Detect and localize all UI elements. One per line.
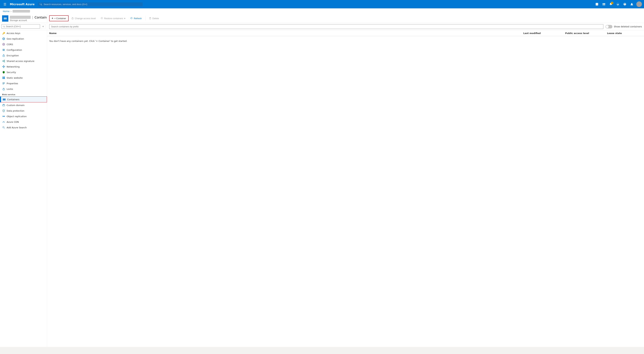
shared-access-icon <box>2 60 5 62</box>
show-deleted-label: Show deleted containers <box>614 25 642 28</box>
svg-point-25 <box>3 67 4 68</box>
table-header: Name Last modified Public access level L… <box>47 30 644 36</box>
svg-point-27 <box>4 66 5 67</box>
restore-containers-button[interactable]: Restore containers ▾ <box>98 16 128 21</box>
header-divider: | <box>32 16 33 19</box>
sidebar-item-azure-cdn[interactable]: Azure CDN <box>0 119 47 125</box>
sidebar-collapse-button[interactable]: « <box>41 24 46 29</box>
svg-rect-50 <box>150 18 151 19</box>
svg-rect-41 <box>3 99 6 100</box>
sidebar-item-access-keys[interactable]: 🔑 Access keys <box>0 30 47 36</box>
sidebar-item-shared-access-signature[interactable]: Shared access signature <box>0 58 47 64</box>
breadcrumb-home[interactable]: Home <box>3 10 10 12</box>
sidebar-label-networking: Networking <box>7 66 20 68</box>
global-search-input[interactable] <box>44 3 141 6</box>
sidebar-label-add-azure-search: Add Azure Search <box>7 126 27 129</box>
change-access-level-label: Change access level <box>75 17 96 20</box>
svg-point-23 <box>3 66 4 67</box>
sidebar-item-security[interactable]: Security <box>0 70 47 75</box>
sidebar-item-encryption[interactable]: Encryption <box>0 53 47 58</box>
svg-point-45 <box>2 116 4 117</box>
sidebar-item-containers[interactable]: Containers <box>0 96 47 102</box>
breadcrumb: Home › <box>0 8 644 14</box>
svg-rect-36 <box>2 82 5 83</box>
sidebar-search-box[interactable] <box>2 24 40 28</box>
sidebar-label-object-replication: Object replication <box>7 115 27 118</box>
sidebar-label-access-keys: Access keys <box>7 32 20 34</box>
sidebar-item-geo-replication[interactable]: Geo-replication <box>0 36 47 42</box>
account-button[interactable] <box>629 1 635 7</box>
notifications-button[interactable]: 2 <box>608 1 614 7</box>
user-avatar[interactable] <box>636 2 642 7</box>
sidebar-item-networking[interactable]: Networking <box>0 64 47 70</box>
sidebar-item-data-protection[interactable]: Data protection <box>0 108 47 114</box>
delete-button[interactable]: Delete <box>147 16 161 21</box>
show-deleted-toggle[interactable] <box>606 25 612 28</box>
object-replication-icon <box>2 115 5 118</box>
networking-icon <box>2 65 5 68</box>
account-name-blurred <box>10 16 31 19</box>
hamburger-menu[interactable]: ☰ <box>2 2 8 7</box>
svg-rect-34 <box>2 78 4 79</box>
svg-rect-39 <box>3 89 4 90</box>
sidebar-item-cors[interactable]: CORS <box>0 42 47 47</box>
storage-icon <box>2 15 8 22</box>
sidebar-item-object-replication[interactable]: Object replication <box>0 114 47 119</box>
svg-point-24 <box>3 66 4 66</box>
help-button[interactable] <box>622 1 628 7</box>
sidebar-item-configuration[interactable]: Configuration <box>0 47 47 53</box>
sidebar-scroll: 🔑 Access keys Geo-replication CORS <box>0 30 47 347</box>
sidebar-item-static-website[interactable]: Static website <box>0 75 47 80</box>
static-website-icon <box>2 76 5 79</box>
search-icon <box>40 3 42 6</box>
svg-rect-40 <box>3 99 6 99</box>
portal-menu-button[interactable] <box>601 1 607 7</box>
sidebar-label-custom-domain: Custom domain <box>7 104 24 106</box>
sidebar-search-input[interactable] <box>6 25 38 28</box>
svg-rect-37 <box>2 83 5 84</box>
sidebar-item-custom-domain[interactable]: Custom domain <box>0 102 47 108</box>
settings-button[interactable] <box>615 1 621 7</box>
svg-rect-17 <box>3 55 4 56</box>
svg-rect-2 <box>603 5 604 6</box>
svg-point-26 <box>2 66 3 67</box>
svg-rect-44 <box>3 104 4 105</box>
sidebar-label-configuration: Configuration <box>7 49 22 51</box>
sidebar-label-locks: Locks <box>7 88 13 90</box>
delete-label: Delete <box>152 17 159 20</box>
svg-rect-38 <box>2 84 4 84</box>
notification-badge: 2 <box>611 2 613 4</box>
search-bar-row: Show deleted containers <box>47 23 644 30</box>
page-subtitle: Storage account <box>10 19 47 22</box>
cloud-shell-button[interactable] <box>594 1 600 7</box>
content-toolbar: + + Container Change access level Restor… <box>47 14 644 23</box>
svg-rect-0 <box>603 3 604 4</box>
refresh-icon <box>130 17 133 20</box>
svg-rect-12 <box>2 50 5 50</box>
content-area: + + Container Change access level Restor… <box>47 14 644 347</box>
properties-icon <box>2 82 5 85</box>
custom-domain-icon <box>2 104 5 107</box>
sidebar-label-shared-access-signature: Shared access signature <box>7 60 34 62</box>
show-deleted-row: Show deleted containers <box>606 25 642 28</box>
container-search-input[interactable] <box>49 24 603 29</box>
change-access-level-button[interactable]: Change access level <box>69 16 98 21</box>
svg-rect-32 <box>2 77 4 78</box>
sidebar-item-locks[interactable]: Locks <box>0 86 47 92</box>
svg-point-10 <box>2 43 5 46</box>
sidebar-item-add-azure-search[interactable]: Add Azure Search <box>0 125 47 130</box>
sidebar-search-row: « <box>0 22 47 30</box>
restore-icon <box>101 17 103 20</box>
refresh-button[interactable]: Refresh <box>128 16 144 21</box>
add-azure-search-icon <box>2 126 5 129</box>
svg-rect-1 <box>604 3 605 4</box>
sidebar-item-properties[interactable]: Properties <box>0 80 47 86</box>
breadcrumb-account[interactable] <box>12 10 30 12</box>
global-search-bar[interactable] <box>38 2 143 6</box>
sidebar-label-cors: CORS <box>7 43 13 46</box>
svg-point-19 <box>4 60 5 61</box>
svg-point-18 <box>2 61 4 62</box>
add-container-icon: + <box>52 17 53 20</box>
svg-rect-6 <box>4 19 7 19</box>
add-container-button[interactable]: + + Container <box>49 15 68 21</box>
